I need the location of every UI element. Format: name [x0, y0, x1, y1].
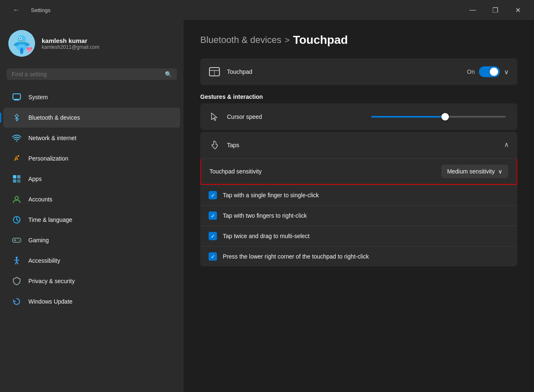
cursor-speed-card: Cursor speed [200, 103, 517, 130]
gestures-section-header: Gestures & interaction [200, 93, 517, 100]
sidebar-item-system[interactable]: System [3, 87, 180, 107]
checkbox-row-corner: ✓ Press the lower right corner of the to… [200, 246, 517, 266]
breadcrumb-current: Touchpad [293, 33, 348, 47]
user-profile: kamlesh kumar kamlesh2011@gmail.com [0, 20, 184, 65]
sidebar-item-label-privacy: Privacy & security [28, 278, 75, 284]
svg-point-11 [30, 47, 32, 50]
timelang-icon [12, 215, 22, 225]
slider-fill [371, 116, 445, 118]
checkbox-label-single: Tap with a single finger to single-click [223, 192, 509, 199]
sidebar-item-timelang[interactable]: Time & language [3, 210, 180, 230]
checkbox-two[interactable]: ✓ [209, 211, 217, 220]
personalization-icon [12, 153, 22, 163]
svg-point-28 [16, 257, 18, 259]
sidebar-item-label-gaming: Gaming [28, 237, 49, 244]
close-button[interactable]: ✕ [508, 3, 527, 17]
accounts-icon [12, 194, 22, 204]
titlebar: ← Settings — ❐ ✕ [0, 0, 534, 20]
sidebar-item-bluetooth[interactable]: Bluetooth & devices [3, 108, 180, 128]
taps-icon [209, 139, 220, 151]
sidebar-item-accounts[interactable]: Accounts [3, 189, 180, 209]
checkbox-row-two: ✓ Tap with two fingers to right-click [200, 205, 517, 226]
svg-rect-12 [13, 94, 20, 99]
search-icon: 🔍 [165, 71, 172, 78]
svg-line-32 [17, 261, 18, 264]
sidebar-item-apps[interactable]: Apps [3, 169, 180, 189]
cursor-speed-label: Cursor speed [227, 113, 361, 120]
checkbox-row-twice: ✓ Tap twice and drag to multi-select [200, 226, 517, 246]
taps-chevron-up[interactable]: ∨ [504, 141, 509, 149]
app-title: Settings [31, 7, 50, 13]
apps-icon [12, 174, 22, 184]
sidebar-item-label-network: Network & internet [28, 135, 76, 141]
avatar [8, 30, 35, 57]
content-area: Bluetooth & devices > Touchpad Touchpad … [184, 20, 534, 392]
accessibility-icon [12, 256, 22, 266]
svg-point-4 [20, 38, 21, 39]
touchpad-toggle-card: Touchpad On ∨ [200, 58, 517, 85]
sidebar-item-label-timelang: Time & language [28, 216, 72, 223]
svg-point-10 [27, 47, 29, 50]
sensitivity-dropdown[interactable]: Medium sensitivity ∨ [441, 165, 508, 178]
touchpad-row: Touchpad On ∨ [200, 58, 517, 85]
breadcrumb-separator: > [285, 35, 290, 45]
sidebar-item-label-bluetooth: Bluetooth & devices [28, 114, 80, 121]
privacy-icon [12, 276, 22, 286]
sidebar-item-label-system: System [28, 94, 48, 101]
svg-point-16 [18, 155, 19, 157]
maximize-button[interactable]: ❐ [486, 3, 505, 17]
cursor-icon [209, 111, 220, 123]
titlebar-left: ← Settings [7, 3, 50, 17]
gaming-icon [12, 235, 22, 245]
sidebar-item-update[interactable]: Windows Update [3, 291, 180, 312]
checkbox-corner[interactable]: ✓ [209, 252, 217, 261]
sidebar-item-label-accounts: Accounts [28, 196, 53, 203]
taps-chevron-container: ∨ [504, 141, 509, 149]
touchpad-chevron-down[interactable]: ∨ [504, 68, 509, 76]
taps-card: Taps ∨ Touchpad sensitivity Medium sensi… [200, 132, 517, 266]
svg-point-21 [15, 196, 18, 200]
svg-point-26 [18, 239, 18, 240]
cursor-speed-slider[interactable] [368, 116, 509, 118]
sidebar-item-privacy[interactable]: Privacy & security [3, 271, 180, 291]
touchpad-toggle[interactable] [479, 66, 500, 77]
touchpad-sensitivity-row: Touchpad sensitivity Medium sensitivity … [200, 158, 517, 185]
touchpad-icon [209, 66, 220, 78]
breadcrumb: Bluetooth & devices > Touchpad [200, 33, 517, 47]
slider-thumb[interactable] [441, 113, 449, 121]
sidebar-item-accessibility[interactable]: Accessibility [3, 251, 180, 271]
sidebar-item-label-personalization: Personalization [28, 155, 68, 162]
nav-list: System Bluetooth & devices Network & int… [0, 87, 184, 312]
checkbox-label-two: Tap with two fingers to right-click [223, 212, 509, 219]
checkbox-twice[interactable]: ✓ [209, 232, 217, 240]
svg-point-8 [20, 48, 23, 54]
svg-rect-18 [17, 175, 20, 178]
svg-rect-20 [17, 179, 20, 183]
cursor-speed-row: Cursor speed [200, 103, 517, 130]
minimize-button[interactable]: — [463, 3, 482, 17]
sidebar-item-personalization[interactable]: Personalization [3, 148, 180, 168]
touchpad-state: On [467, 68, 475, 75]
breadcrumb-parent[interactable]: Bluetooth & devices [200, 35, 281, 45]
svg-point-15 [16, 141, 18, 142]
update-icon [12, 297, 22, 307]
avatar-image [8, 30, 35, 57]
sensitivity-value: Medium sensitivity [447, 168, 495, 175]
user-info: kamlesh kumar kamlesh2011@gmail.com [42, 37, 99, 50]
back-button[interactable]: ← [7, 3, 26, 17]
sidebar-item-gaming[interactable]: Gaming [3, 230, 180, 250]
user-email: kamlesh2011@gmail.com [42, 44, 99, 50]
slider-track [371, 116, 506, 118]
sidebar: kamlesh kumar kamlesh2011@gmail.com 🔍 Sy… [0, 20, 184, 392]
taps-header-row[interactable]: Taps ∨ [200, 132, 517, 158]
toggle-knob [490, 68, 498, 76]
search-box: 🔍 [7, 68, 177, 80]
sidebar-item-network[interactable]: Network & internet [3, 128, 180, 148]
svg-rect-17 [13, 175, 16, 178]
taps-label: Taps [227, 142, 497, 148]
search-input[interactable] [12, 71, 161, 78]
app-body: kamlesh kumar kamlesh2011@gmail.com 🔍 Sy… [0, 20, 534, 392]
system-icon [12, 92, 22, 102]
checkbox-single[interactable]: ✓ [209, 191, 217, 199]
sensitivity-chevron: ∨ [498, 168, 502, 175]
